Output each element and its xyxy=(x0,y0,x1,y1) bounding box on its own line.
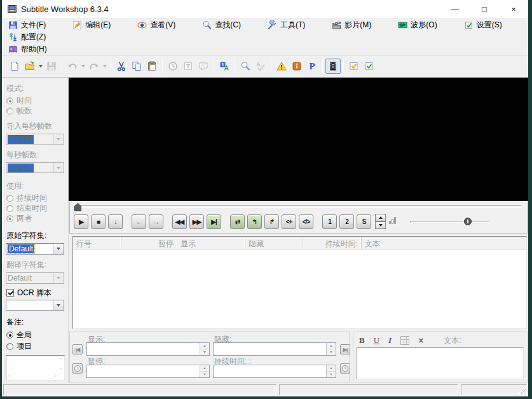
repeat-button[interactable]: ⇄ xyxy=(230,214,245,229)
stop-button[interactable]: ■ xyxy=(91,214,106,229)
add-sync-point-button[interactable]: S xyxy=(357,214,371,229)
notes-project-radio[interactable]: 项目 xyxy=(6,341,65,353)
subtitle-table-body[interactable] xyxy=(73,249,526,328)
spin-up-icon[interactable] xyxy=(327,365,336,372)
translation-charset-combo[interactable]: Default xyxy=(6,272,64,284)
menu-file[interactable]: 文件(F) xyxy=(4,19,52,31)
resize-grip[interactable] xyxy=(517,386,526,394)
menu-waveform[interactable]: 波形(O) xyxy=(394,19,443,31)
notes-global-radio[interactable]: 全局 xyxy=(6,329,65,340)
copy-button[interactable] xyxy=(129,59,144,74)
pause-input[interactable] xyxy=(87,365,200,377)
playback-rate-button[interactable]: ▶| xyxy=(207,214,221,229)
mode-frames-radio[interactable]: 帧数 xyxy=(6,106,65,116)
spin-up-icon[interactable] xyxy=(200,343,209,349)
clock-icon[interactable] xyxy=(340,363,350,374)
chevron-down-icon[interactable] xyxy=(53,134,64,144)
clear-format-icon[interactable]: × xyxy=(418,335,423,346)
clock-icon[interactable] xyxy=(72,363,83,374)
menu-tools[interactable]: 工具(T) xyxy=(264,19,311,31)
rewind-button[interactable]: ◀◀ xyxy=(172,214,187,229)
seek-track[interactable] xyxy=(75,205,522,208)
undo-dropdown[interactable] xyxy=(80,59,86,74)
jump-to-end-button[interactable]: ↱ xyxy=(264,214,279,229)
italic-button[interactable]: I xyxy=(388,335,392,346)
jump-to-start-button[interactable]: ↰ xyxy=(247,214,262,229)
menu-search[interactable]: 查找(C) xyxy=(198,19,247,31)
seek-bar[interactable] xyxy=(74,203,523,213)
notes-listbox[interactable]: ⌃ ⌄ ‹ › xyxy=(6,355,65,381)
menu-config[interactable]: 配置(Z) xyxy=(4,31,52,43)
fast-forward-button[interactable]: ▶▶ xyxy=(189,214,204,229)
warning-check-button[interactable] xyxy=(274,59,289,74)
spin-down-icon[interactable] xyxy=(327,372,336,377)
goto-prev-icon[interactable]: |◀ xyxy=(72,344,83,354)
seek-thumb[interactable] xyxy=(74,203,81,211)
open-file-dropdown[interactable] xyxy=(38,59,44,74)
scroll-right-icon[interactable]: › xyxy=(55,373,57,379)
spin-down-icon[interactable] xyxy=(200,372,209,377)
chevron-down-icon[interactable] xyxy=(53,273,64,283)
volume-slider[interactable] xyxy=(410,216,489,227)
bold-button[interactable]: B xyxy=(359,335,365,346)
video-preview-mode-button[interactable] xyxy=(325,59,341,74)
minimize-button[interactable]: — xyxy=(440,0,470,18)
save-button[interactable] xyxy=(44,59,59,74)
information-button[interactable] xyxy=(289,59,304,74)
chevron-down-icon[interactable] xyxy=(53,300,64,311)
mark-first-sync-button[interactable]: 1 xyxy=(322,214,337,229)
redo-button[interactable] xyxy=(86,59,102,74)
ocr-script-checkbox[interactable]: OCR 脚本 xyxy=(6,288,65,298)
insert-text-button[interactable] xyxy=(181,59,196,74)
input-fps-combo[interactable]: 23,976 xyxy=(6,134,64,145)
mode-time-radio[interactable]: 时间 xyxy=(6,95,65,106)
menu-movie[interactable]: 影片(M) xyxy=(328,19,378,31)
stepper-up-icon[interactable] xyxy=(375,214,386,221)
next-subtitle-button[interactable]: → xyxy=(149,214,163,229)
new-file-button[interactable] xyxy=(7,59,22,74)
volume-track[interactable] xyxy=(410,221,489,223)
scroll-up-icon[interactable]: ⌃ xyxy=(58,358,63,363)
work-duration-radio[interactable]: 持续时间 xyxy=(6,193,65,203)
goto-next-icon[interactable]: ▶| xyxy=(340,344,350,354)
chevron-down-icon[interactable] xyxy=(53,163,64,173)
original-charset-combo[interactable]: Default xyxy=(6,243,64,255)
subtitle-text-area[interactable] xyxy=(357,348,523,379)
open-file-button[interactable] xyxy=(22,59,38,74)
scroll-down-icon[interactable]: ⌄ xyxy=(58,365,63,371)
color-grid-icon[interactable] xyxy=(400,336,409,345)
column-hide[interactable]: 隐藏 xyxy=(245,237,303,249)
menu-view[interactable]: 查看(V) xyxy=(133,19,182,31)
validate-original-button[interactable] xyxy=(346,59,362,74)
maximize-button[interactable]: □ xyxy=(470,0,499,18)
hide-time-input[interactable] xyxy=(214,343,326,355)
redo-dropdown[interactable] xyxy=(102,59,108,74)
chevron-down-icon[interactable] xyxy=(53,244,64,254)
spin-up-icon[interactable] xyxy=(327,343,336,349)
search-button[interactable] xyxy=(238,59,253,74)
column-line-number[interactable]: 行号 xyxy=(73,237,121,249)
play-button[interactable]: ▶ xyxy=(74,214,88,229)
scroll-left-icon[interactable]: ‹ xyxy=(8,373,10,379)
volume-thumb[interactable] xyxy=(464,218,472,225)
mark-last-sync-button[interactable]: 2 xyxy=(339,214,354,229)
ocr-script-combo[interactable] xyxy=(6,300,64,311)
spellcheck-button[interactable] xyxy=(253,59,268,74)
undo-button[interactable] xyxy=(65,59,80,74)
subtitle-number-stepper[interactable] xyxy=(375,214,386,229)
paste-button[interactable] xyxy=(144,59,160,74)
column-show[interactable]: 显示 xyxy=(177,237,245,249)
column-pause[interactable]: 暂停 xyxy=(121,237,177,249)
spin-down-icon[interactable] xyxy=(200,349,209,355)
translate-button[interactable] xyxy=(217,59,232,74)
fps-combo[interactable]: 23,976 xyxy=(6,162,64,174)
work-end-radio[interactable]: 结束时间 xyxy=(6,203,65,213)
menu-help[interactable]: 帮助(H) xyxy=(4,43,53,55)
menu-edit[interactable]: 编辑(E) xyxy=(69,19,117,31)
column-duration[interactable]: 持续时间: xyxy=(303,237,362,249)
subtitle-table[interactable]: 行号 暂停 显示 隐藏 持续时间: 文本 xyxy=(72,236,527,329)
set-start-end-button[interactable]: </> xyxy=(299,214,313,229)
column-text[interactable]: 文本 xyxy=(362,237,526,249)
duration-input[interactable] xyxy=(214,365,326,377)
underline-button[interactable]: U xyxy=(374,335,379,346)
